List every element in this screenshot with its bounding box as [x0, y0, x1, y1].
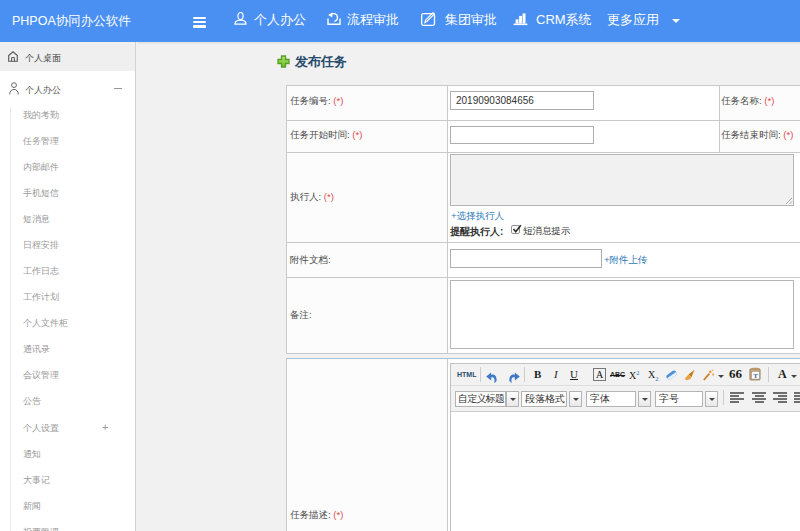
- svg-text:T: T: [753, 372, 758, 380]
